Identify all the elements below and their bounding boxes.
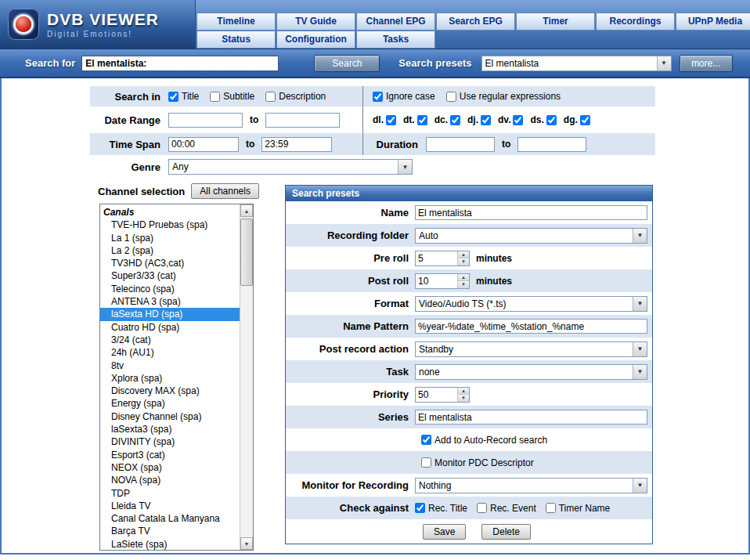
spin-down-icon[interactable]: ▼ (458, 394, 469, 402)
channel-list-item[interactable]: TVE-HD Pruebas (spa) (100, 219, 240, 231)
genre-label: Genre (96, 161, 160, 173)
tab-upnp-media[interactable]: UPnP Media (676, 13, 750, 31)
auto-record-label: Add to Auto-Record search (434, 435, 547, 446)
scroll-down-icon[interactable]: ▼ (240, 537, 253, 550)
channel-list-item[interactable]: Barça TV (100, 525, 240, 537)
channel-list-item[interactable]: DIVINITY (spa) (100, 435, 240, 448)
delete-button[interactable]: Delete (481, 524, 531, 540)
tab-tv-guide[interactable]: TV Guide (276, 13, 355, 31)
duration-from-input[interactable] (426, 137, 495, 152)
day-monday-checkbox[interactable] (386, 115, 396, 125)
channel-list-scrollbar[interactable]: ▲ ▼ (240, 204, 253, 550)
channel-list-item[interactable]: LaSiete (spa) (100, 538, 240, 550)
post-roll-row: Post roll ▲ ▼ minutes (286, 269, 652, 292)
date-from-input[interactable] (168, 113, 243, 128)
spin-down-icon[interactable]: ▼ (458, 258, 469, 266)
channel-list-item[interactable]: Canal Catala La Manyana (100, 512, 240, 525)
tab-status[interactable]: Status (197, 31, 276, 49)
tab-channel-epg[interactable]: Channel EPG (356, 13, 435, 31)
series-input[interactable] (415, 410, 647, 425)
scrollbar-track[interactable] (240, 217, 253, 537)
channel-list-item[interactable]: NEOX (spa) (100, 461, 240, 474)
save-button[interactable]: Save (423, 524, 466, 540)
post-record-action-select[interactable]: Standby (415, 341, 647, 357)
title-checkbox[interactable] (168, 92, 178, 102)
subtitle-checkbox[interactable] (210, 92, 220, 102)
post-roll-input[interactable] (416, 274, 457, 288)
priority-input[interactable] (416, 388, 457, 402)
timer-name-checkbox[interactable] (546, 503, 556, 513)
time-to-input[interactable] (261, 137, 332, 152)
search-preset-select[interactable]: El mentalista (481, 56, 672, 71)
auto-record-row: Add to Auto-Record search (286, 428, 652, 451)
scrollbar-thumb[interactable] (240, 219, 253, 286)
spin-up-icon[interactable]: ▲ (458, 251, 469, 258)
task-select-wrap: none (415, 364, 647, 380)
channel-list-item[interactable]: 24h (AU1) (100, 346, 240, 359)
channel-list-item-selected[interactable]: laSexta HD (spa) (100, 308, 240, 320)
monitor-for-recording-select[interactable]: Nothing (415, 478, 647, 493)
date-to-input[interactable] (265, 113, 340, 128)
more-button[interactable]: more... (680, 55, 733, 72)
tab-search-epg[interactable]: Search EPG (436, 13, 515, 31)
day-saturday-checkbox[interactable] (546, 115, 557, 125)
channel-list-item[interactable]: TDP (100, 487, 240, 500)
channel-list-item[interactable]: Esport3 (cat) (100, 449, 240, 461)
rec-title-checkbox[interactable] (415, 503, 425, 513)
channel-list-item[interactable]: Super3/33 (cat) (100, 269, 240, 282)
day-tuesday-checkbox[interactable] (417, 115, 427, 125)
description-checkbox[interactable] (265, 92, 276, 102)
tab-timeline[interactable]: Timeline (197, 13, 276, 31)
ignore-case-option: Ignore case (373, 91, 435, 102)
ignore-case-checkbox[interactable] (373, 92, 383, 102)
channel-list-item[interactable]: laSexta3 (spa) (100, 423, 240, 435)
tab-configuration[interactable]: Configuration (276, 31, 355, 49)
tab-recordings[interactable]: Recordings (596, 13, 675, 31)
search-input[interactable] (81, 56, 279, 71)
logo-text: DVB VIEWER Digital Emotions! (47, 11, 159, 38)
recording-folder-select-wrap: Auto (415, 228, 647, 244)
time-from-input[interactable] (168, 137, 239, 152)
channel-list-item[interactable]: Cuatro HD (spa) (100, 321, 240, 334)
search-button[interactable]: Search (314, 55, 380, 72)
format-select[interactable]: Video/Audio TS (*.ts) (415, 296, 647, 312)
spin-down-icon[interactable]: ▼ (458, 280, 469, 288)
tab-tasks[interactable]: Tasks (356, 31, 435, 49)
day-thursday-checkbox[interactable] (481, 115, 491, 125)
regex-checkbox[interactable] (446, 92, 456, 102)
spin-up-icon[interactable]: ▲ (458, 274, 469, 281)
day-wednesday-checkbox[interactable] (450, 115, 460, 125)
all-channels-button[interactable]: All channels (191, 183, 259, 199)
channel-list-item[interactable]: Energy (spa) (100, 397, 240, 410)
recording-folder-select[interactable]: Auto (415, 228, 647, 244)
channel-list-item[interactable]: Telecinco (spa) (100, 283, 240, 295)
tab-timer[interactable]: Timer (516, 13, 595, 31)
channel-list-item[interactable]: NOVA (spa) (100, 474, 240, 486)
channel-list-item[interactable]: Xplora (spa) (100, 372, 240, 385)
pre-roll-input[interactable] (416, 251, 457, 266)
rec-event-checkbox[interactable] (477, 503, 487, 513)
channel-list-item[interactable]: 3/24 (cat) (100, 334, 240, 346)
task-select[interactable]: none (415, 364, 647, 380)
preset-name-input[interactable] (415, 205, 647, 220)
channel-list-item[interactable]: Disney Channel (spa) (100, 410, 240, 423)
channel-list-item[interactable]: TV3HD (AC3,cat) (100, 257, 240, 269)
auto-record-checkbox[interactable] (421, 435, 431, 445)
search-filters: Search in Title Subtitle Description (90, 86, 655, 179)
channel-list-item[interactable]: La 2 (spa) (100, 244, 240, 257)
day-friday-checkbox[interactable] (513, 115, 523, 125)
scroll-up-icon[interactable]: ▲ (240, 204, 253, 217)
duration-to-input[interactable] (517, 137, 586, 152)
genre-select[interactable]: Any (168, 159, 413, 175)
name-pattern-input[interactable] (415, 319, 647, 334)
channel-list-item[interactable]: ANTENA 3 (spa) (100, 295, 240, 308)
monitor-pdc-checkbox[interactable] (421, 457, 431, 468)
channel-list-item[interactable]: La 1 (spa) (100, 232, 240, 244)
channel-list-item[interactable]: Lleida TV (100, 500, 240, 512)
day-thursday: dj. (467, 114, 491, 125)
channel-list-item[interactable]: Discovery MAX (spa) (100, 385, 240, 397)
priority-row: Priority ▲ ▼ (286, 383, 652, 406)
spin-up-icon[interactable]: ▲ (458, 388, 469, 395)
channel-list-item[interactable]: 8tv (100, 359, 240, 372)
day-sunday-checkbox[interactable] (580, 115, 590, 125)
